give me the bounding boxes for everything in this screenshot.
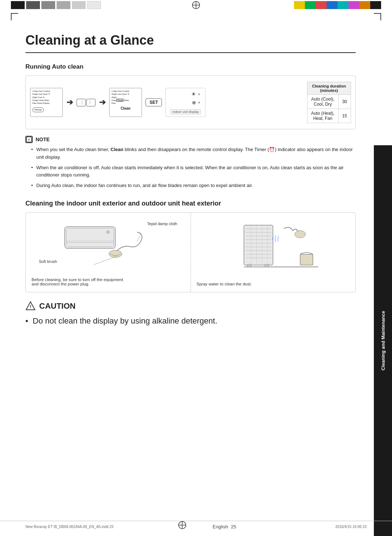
color-block-1 (11, 1, 25, 9)
footer-right-group: English 25 (213, 524, 236, 529)
color-block-6 (87, 1, 101, 9)
indoor-unit-illustration: Tepid damp cloth Soft brush (32, 219, 185, 275)
remote-panel-2: 2-Step Fast Comfort Single user Quiet ✦ … (109, 88, 142, 117)
right-color-blocks (294, 0, 381, 10)
display-row-2: ⊕ (192, 100, 200, 105)
svg-line-11 (94, 256, 116, 265)
nav-left-button[interactable]: 〈 (77, 99, 86, 106)
outdoor-unit-svg (222, 222, 324, 276)
note-header: ≡ NOTE (25, 136, 356, 143)
color-block-b (327, 1, 338, 9)
note-item-3: During Auto clean, the indoor fan contin… (31, 182, 356, 190)
section2-heading: Cleaning the indoor unit exterior and ou… (25, 200, 356, 207)
section1-heading: Running Auto clean (25, 63, 356, 70)
caution-triangle-icon: ! (25, 301, 36, 311)
svg-line-12 (137, 234, 141, 241)
outdoor-cleaning-section: Spray water to clean the dust. (191, 213, 356, 292)
dot-2 (198, 102, 200, 103)
sun-icon: ☀ (191, 91, 196, 97)
arrow-1: ➔ (66, 98, 73, 107)
tepid-cloth-label: Tepid damp cloth (147, 222, 177, 226)
duration-val-2: 15 (338, 109, 351, 123)
color-block-o (359, 1, 370, 9)
reg-corner-tr (374, 13, 381, 20)
page-content: Cleaning at a Glance Running Auto clean … (0, 22, 392, 349)
svg-rect-6 (66, 228, 114, 247)
remote2-text: 2-Step Fast Comfort Single user Quiet ✦ … (111, 90, 140, 105)
top-color-bars (0, 0, 392, 10)
footer-english-label: English (213, 524, 228, 529)
set-button[interactable]: SET (146, 98, 162, 106)
color-block-3 (41, 1, 55, 9)
svg-text:!: ! (30, 304, 31, 309)
note-section: ≡ NOTE When you set the Auto clean timer… (25, 136, 356, 190)
cleaning-diagram-box: Tepid damp cloth Soft brush Before clean… (25, 212, 356, 292)
indoor-display-label: Indoor unit display (170, 109, 201, 114)
indoor-cleaning-section: Tepid damp cloth Soft brush Before clean… (26, 213, 191, 292)
duration-mode-1: Auto (Cool),Cool, Dry (307, 95, 338, 109)
svg-rect-31 (265, 264, 269, 267)
settings-button-label: Settings (32, 107, 44, 112)
color-block-r (316, 1, 327, 9)
footer-timestamp: 2016/4/15 16:06:10 (335, 525, 367, 529)
color-block-2 (26, 1, 40, 9)
remote1-settings: Settings (32, 106, 61, 112)
display-row-1: ☀ (191, 91, 200, 97)
nav-right-button[interactable]: 〉 (86, 99, 95, 106)
color-block-m (348, 1, 359, 9)
right-caption-bottom: Spray water to clean the dust. (197, 282, 350, 286)
left-caption-bottom: Before cleaning, be sure to turn off the… (32, 277, 185, 286)
nav-buttons-row: 〈 〉 (77, 99, 95, 106)
color-block-y (294, 1, 305, 9)
duration-header: Cleaning duration (minutes) (307, 82, 351, 95)
footer-filename: New Boracay ET IB_DB68-06184A-00_EN_A5.i… (25, 525, 114, 529)
caution-section: ! CAUTION Do not clean the display by us… (25, 301, 356, 327)
note-label: NOTE (36, 137, 50, 142)
left-color-blocks (0, 0, 294, 10)
nav-controls: 〈 〉 (77, 99, 95, 106)
caution-label: CAUTION (39, 301, 75, 311)
soft-brush-label: Soft brush (39, 259, 57, 264)
svg-rect-30 (248, 264, 251, 267)
color-block-4 (57, 1, 70, 9)
duration-row-1: Auto (Cool),Cool, Dry 30 (307, 95, 351, 109)
page-footer: New Boracay ET IB_DB68-06184A-00_EN_A5.i… (0, 521, 392, 529)
indoor-unit-svg (57, 219, 159, 274)
reg-mark-bottom-center (178, 521, 187, 531)
note-item-1: When you set the Auto clean timer, Clean… (31, 146, 356, 161)
svg-rect-28 (300, 254, 313, 265)
arrow-2: ➔ (99, 98, 106, 107)
svg-rect-13 (244, 225, 273, 265)
svg-point-9 (107, 231, 110, 234)
caution-header: ! CAUTION (25, 301, 356, 311)
dot-1 (198, 93, 200, 95)
remote1-text: 2 Step Fast Comfort Single user Quiet ✦ … (32, 90, 61, 105)
note-icon: ≡ (25, 136, 33, 143)
svg-point-27 (295, 231, 306, 238)
reg-corner-tl (11, 13, 18, 20)
color-block-k (370, 1, 381, 9)
outdoor-unit-illustration (197, 219, 350, 279)
svg-text:≡: ≡ (28, 138, 30, 142)
duration-table: Cleaning duration (minutes) Auto (Cool),… (307, 82, 351, 123)
registration-mark-top (192, 1, 200, 11)
note-list: When you set the Auto clean timer, Clean… (25, 146, 356, 190)
caution-item-1: Do not clean the display by using alkali… (25, 316, 356, 327)
indoor-unit-display: ☀ ⊕ ≡ Indoor unit display (166, 88, 205, 117)
color-block-c (338, 1, 348, 9)
footer-page-number: 25 (231, 524, 236, 529)
page-title: Cleaning at a Glance (25, 33, 356, 53)
auto-clean-diagram: 2 Step Fast Comfort Single user Quiet ✦ … (25, 76, 356, 129)
note-item-2: When the air conditioner is off, Auto cl… (31, 164, 356, 179)
caution-list: Do not clean the display by using alkali… (25, 316, 356, 327)
duration-mode-2: Auto (Heat),Heat, Fan (307, 109, 338, 123)
color-block-5 (72, 1, 86, 9)
timer-icon: ⊕ (192, 100, 196, 105)
duration-row-2: Auto (Heat),Heat, Fan 15 (307, 109, 351, 123)
clean-label-remote: Clean (111, 106, 140, 111)
svg-point-10 (109, 250, 122, 257)
color-block-g (305, 1, 316, 9)
remote-panel-1: 2 Step Fast Comfort Single user Quiet ✦ … (30, 88, 63, 117)
duration-val-1: 30 (338, 95, 351, 109)
